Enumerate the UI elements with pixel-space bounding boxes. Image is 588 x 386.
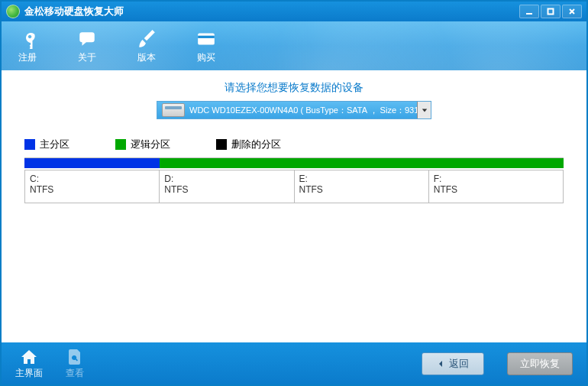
partition-seg-1[interactable] <box>160 158 295 168</box>
recover-button[interactable]: 立即恢复 <box>507 352 573 375</box>
view-button: 查看 <box>66 348 84 380</box>
svg-rect-1 <box>548 9 554 15</box>
legend-logical-swatch <box>115 139 126 150</box>
brush-icon <box>136 28 157 50</box>
partition-legend: 主分区 逻辑分区 删除的分区 <box>2 138 586 157</box>
partition-bar <box>24 157 564 168</box>
legend-deleted-swatch <box>216 139 227 150</box>
version-button[interactable]: 版本 <box>136 28 157 64</box>
device-text: WDC WD10EZEX-00WN4A0 ( BusType：SATA ， Si… <box>189 105 417 116</box>
footer: 主界面 查看 返回 立即恢复 <box>2 342 586 384</box>
home-button[interactable]: 主界面 <box>15 348 43 380</box>
app-logo-icon <box>6 5 20 18</box>
partition-drive: E: <box>299 174 424 184</box>
legend-primary-swatch <box>24 139 35 150</box>
window-title: 金松移动硬盘恢复大师 <box>24 5 519 18</box>
device-selector-row: WDC WD10EZEX-00WN4A0 ( BusType：SATA ， Si… <box>2 101 586 119</box>
back-button[interactable]: 返回 <box>422 352 484 375</box>
partition-seg-0[interactable] <box>24 158 160 168</box>
register-label: 注册 <box>18 51 37 64</box>
home-icon <box>20 348 38 366</box>
partition-fs: NTFS <box>164 184 289 195</box>
back-label: 返回 <box>449 357 469 371</box>
partition-drive: F: <box>434 174 558 184</box>
partition-cell-1[interactable]: D: NTFS <box>159 170 293 203</box>
legend-deleted-label: 删除的分区 <box>231 138 281 151</box>
app-window: 金松移动硬盘恢复大师 注册 关于 版本 购买 请选择您想要恢复数据的设备 <box>0 0 588 386</box>
svg-rect-4 <box>198 33 215 44</box>
prompt-text: 请选择您想要恢复数据的设备 <box>2 81 586 95</box>
partition-cell-0[interactable]: C: NTFS <box>25 170 159 203</box>
partition-seg-3[interactable] <box>429 158 564 168</box>
chat-icon <box>76 28 98 50</box>
content-area: 请选择您想要恢复数据的设备 WDC WD10EZEX-00WN4A0 ( Bus… <box>2 70 586 342</box>
close-button[interactable] <box>562 5 582 18</box>
about-label: 关于 <box>78 51 96 64</box>
buy-label: 购买 <box>197 51 215 64</box>
partition-seg-2[interactable] <box>294 158 429 168</box>
legend-deleted: 删除的分区 <box>216 138 281 151</box>
partition-fs: NTFS <box>299 184 424 195</box>
recover-label: 立即恢复 <box>520 357 560 371</box>
maximize-button[interactable] <box>541 5 561 18</box>
version-label: 版本 <box>137 51 156 64</box>
buy-button[interactable]: 购买 <box>195 28 217 64</box>
partition-fs: NTFS <box>30 184 154 195</box>
partition-drive: D: <box>164 174 289 184</box>
about-button[interactable]: 关于 <box>76 28 98 64</box>
home-label: 主界面 <box>15 367 43 380</box>
dropdown-arrow-button[interactable] <box>417 102 431 118</box>
disk-icon <box>162 103 185 117</box>
view-label: 查看 <box>66 367 84 380</box>
legend-primary: 主分区 <box>24 138 69 151</box>
partition-fs: NTFS <box>434 184 558 195</box>
titlebar: 金松移动硬盘恢复大师 <box>2 2 586 21</box>
legend-logical-label: 逻辑分区 <box>131 138 170 151</box>
legend-logical: 逻辑分区 <box>115 138 170 151</box>
register-button[interactable]: 注册 <box>17 28 38 64</box>
partition-drive: C: <box>30 174 154 184</box>
minimize-button[interactable] <box>519 5 539 18</box>
toolbar: 注册 关于 版本 购买 <box>2 21 586 70</box>
device-dropdown[interactable]: WDC WD10EZEX-00WN4A0 ( BusType：SATA ， Si… <box>157 101 431 119</box>
partition-cell-3[interactable]: F: NTFS <box>428 170 563 203</box>
key-icon <box>17 28 38 50</box>
chevron-left-icon <box>437 360 444 368</box>
legend-primary-label: 主分区 <box>40 138 69 151</box>
card-icon <box>195 28 217 50</box>
document-search-icon <box>66 348 84 366</box>
svg-rect-5 <box>198 35 215 37</box>
partition-cell-2[interactable]: E: NTFS <box>294 170 428 203</box>
window-controls <box>519 5 582 18</box>
partition-table: C: NTFS D: NTFS E: NTFS F: NTFS <box>24 170 564 203</box>
